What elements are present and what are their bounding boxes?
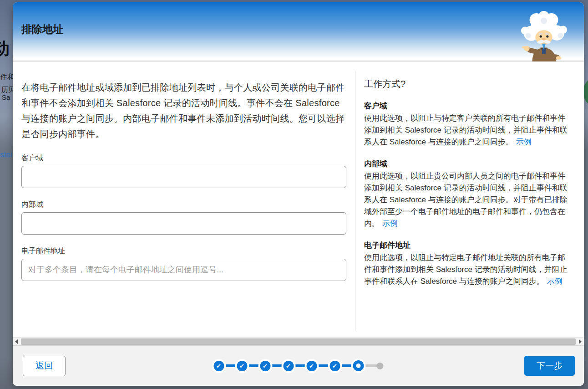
help-section-internal-domain: 内部域 使用此选项，以阻止贵公司内部人员之间的电子邮件和事件添加到相关 Sale… <box>364 159 570 230</box>
step-completed-icon: ✔ <box>213 361 224 371</box>
example-link[interactable]: 示例 <box>547 277 563 286</box>
help-section-title: 电子邮件地址 <box>364 240 570 251</box>
step-completed-icon: ✔ <box>283 361 294 371</box>
excluded-addresses-dialog: 排除地址 <box>13 2 584 386</box>
step-connector <box>223 364 238 367</box>
internal-domain-field-group: 内部域 <box>21 200 346 235</box>
step-connector <box>269 364 284 367</box>
dialog-body: 在将电子邮件地址或域添加到已排除地址列表时，与个人或公司关联的电子邮件和事件不会… <box>13 61 584 337</box>
dialog-title: 排除地址 <box>21 22 63 36</box>
customer-domain-input[interactable] <box>21 166 346 188</box>
dialog-footer: 返回 ✔✔✔✔✔✔ 下一步 <box>13 345 584 386</box>
step-connector <box>246 364 261 367</box>
next-button[interactable]: 下一步 <box>524 356 575 376</box>
step-completed-icon: ✔ <box>329 361 340 371</box>
step-connector <box>292 364 308 367</box>
email-address-field-group: 电子邮件地址 <box>21 246 346 281</box>
scrollbar-left-arrow[interactable] <box>13 338 20 346</box>
step-completed-icon: ✔ <box>306 361 317 371</box>
dialog-header: 排除地址 <box>13 2 584 61</box>
scrollbar-right-arrow[interactable] <box>577 338 584 346</box>
background-text-fragment: Sa <box>2 93 13 101</box>
customer-domain-label: 客户域 <box>21 154 346 163</box>
intro-paragraph: 在将电子邮件地址或域添加到已排除地址列表时，与个人或公司关联的电子邮件和事件不会… <box>21 80 346 142</box>
email-address-input[interactable] <box>21 259 346 281</box>
background-text-fragment: 件和 <box>0 73 13 82</box>
step-completed-icon: ✔ <box>260 361 270 371</box>
example-link[interactable]: 示例 <box>382 219 398 228</box>
help-section-title: 内部域 <box>364 159 570 169</box>
step-connector <box>339 364 354 367</box>
help-section-email-address: 电子邮件地址 使用此选项，以阻止与特定电子邮件地址关联的所有电子邮件和事件添加到… <box>364 240 570 287</box>
vertical-divider <box>355 71 355 331</box>
help-column: 工作方式? 客户域 使用此选项，以阻止与特定客户关联的所有电子邮件和事件添加到相… <box>355 61 584 337</box>
scrollbar-thumb[interactable] <box>21 338 576 345</box>
internal-domain-label: 内部域 <box>21 200 346 210</box>
form-column: 在将电子邮件地址或域添加到已排除地址列表时，与个人或公司关联的电子邮件和事件不会… <box>13 61 355 337</box>
progress-stepper: ✔✔✔✔✔✔ <box>213 360 383 371</box>
help-section-title: 客户域 <box>364 101 570 111</box>
help-section-customer-domain: 客户域 使用此选项，以阻止与特定客户关联的所有电子邮件和事件添加到相关 Sale… <box>364 101 570 148</box>
step-completed-icon: ✔ <box>237 361 247 371</box>
step-connector <box>362 364 378 367</box>
step-upcoming-icon <box>376 363 383 369</box>
step-current-icon <box>353 360 364 371</box>
background-heading-fragment: 动 <box>0 37 13 60</box>
horizontal-scrollbar <box>13 337 584 345</box>
step-connector <box>315 364 331 367</box>
help-heading: 工作方式? <box>364 78 570 90</box>
back-button[interactable]: 返回 <box>23 356 66 376</box>
internal-domain-input[interactable] <box>21 212 346 235</box>
example-link[interactable]: 示例 <box>516 138 532 146</box>
background-link-fragment: stei <box>0 150 13 159</box>
customer-domain-field-group: 客户域 <box>21 154 346 188</box>
help-section-body: 使用此选项，以阻止与特定电子邮件地址关联的所有电子邮件和事件添加到相关 Sale… <box>364 253 568 286</box>
einstein-mascot-icon <box>519 10 568 63</box>
help-section-body: 使用此选项，以阻止与特定客户关联的所有电子邮件和事件添加到相关 Salesfor… <box>364 114 568 146</box>
email-address-label: 电子邮件地址 <box>21 246 346 256</box>
